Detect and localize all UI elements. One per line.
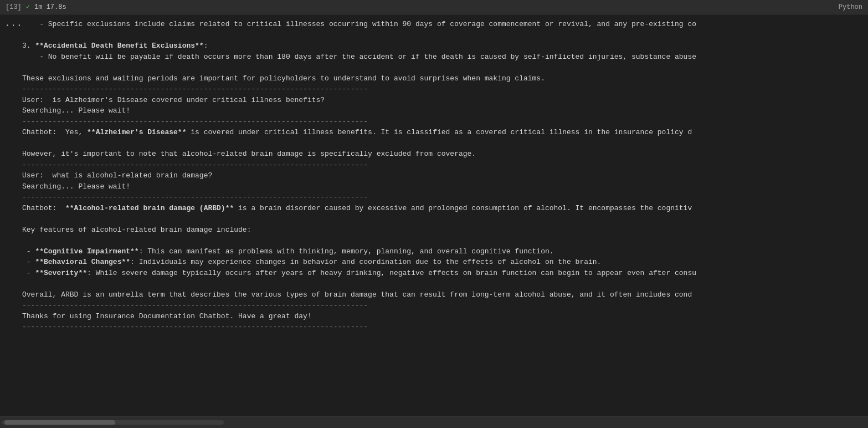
line-l4: - No benefit will be payable if death oc… (22, 52, 864, 63)
line-l2 (22, 30, 864, 41)
line-l8: User: is Alzheimer's Disease covered und… (22, 95, 864, 106)
scrollbar-container[interactable] (0, 416, 868, 428)
line-l6: These exclusions and waiting periods are… (22, 73, 864, 84)
main-content: - Specific exclusions include claims rel… (20, 14, 868, 416)
line-l25 (22, 278, 864, 289)
scrollbar-track[interactable] (2, 420, 224, 425)
sep-l7: ----------------------------------------… (22, 84, 864, 95)
line-l11: Chatbot: Yes, **Alzheimer's Disease** is… (22, 127, 864, 138)
line-l1: - Specific exclusions include claims rel… (22, 19, 864, 30)
sep-l14: ----------------------------------------… (22, 160, 864, 171)
line-l23: - **Behavioral Changes**: Individuals ma… (22, 257, 864, 268)
line-l9: Searching... Please wait! (22, 105, 864, 116)
line-l5 (22, 62, 864, 73)
sep-l10: ----------------------------------------… (22, 116, 864, 128)
top-bar: [13] ✓ 1m 17.8s Python (0, 0, 868, 14)
line-l21 (22, 235, 864, 246)
line-l3: 3. **Accidental Death Benefit Exclusions… (22, 40, 864, 52)
sep-l27: ----------------------------------------… (22, 300, 864, 311)
language-label: Python (839, 3, 862, 11)
line-l24: - **Severity**: While severe damage typi… (22, 268, 864, 279)
top-bar-left: [13] ✓ 1m 17.8s (6, 3, 66, 11)
line-l16: Searching... Please wait! (22, 181, 864, 192)
timing-label: 1m 17.8s (34, 3, 66, 11)
line-l18: Chatbot: **Alcohol-related brain damage … (22, 203, 864, 214)
content-block: - Specific exclusions include claims rel… (22, 19, 864, 333)
line-l15: User: what is alcohol-related brain dama… (22, 170, 864, 181)
scrollbar-thumb[interactable] (4, 420, 115, 425)
check-icon: ✓ (26, 3, 30, 11)
line-l22: - **Cognitive Impairment**: This can man… (22, 246, 864, 257)
line-l12 (22, 138, 864, 149)
line-l19 (22, 213, 864, 225)
line-l13: However, it's important to note that alc… (22, 149, 864, 160)
line-l28: Thanks for using Insurance Documentation… (22, 311, 864, 322)
line-l26: Overall, ARBD is an umbrella term that d… (22, 289, 864, 300)
sep-l29: ----------------------------------------… (22, 322, 864, 333)
line-l20: Key features of alcohol-related brain da… (22, 225, 864, 236)
sep-l17: ----------------------------------------… (22, 192, 864, 203)
ellipsis-menu[interactable]: ... (0, 14, 20, 416)
cell-number: [13] (6, 3, 22, 11)
